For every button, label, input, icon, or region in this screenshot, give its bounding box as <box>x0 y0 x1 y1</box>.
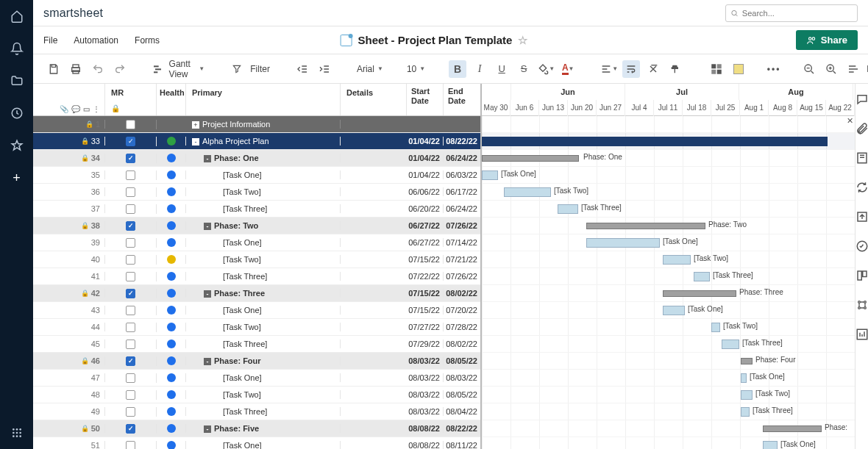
primary-cell[interactable]: [Task Two] <box>223 255 261 264</box>
end-date-cell[interactable]: 08/22/22 <box>444 137 480 146</box>
table-row[interactable]: 35[Task One]01/04/2206/03/22 <box>33 167 480 184</box>
work-insights-icon[interactable] <box>855 298 868 312</box>
chart-panel-icon[interactable] <box>855 328 868 341</box>
primary-cell[interactable]: Phase: Three <box>214 289 265 298</box>
start-date-cell[interactable]: 08/03/22 <box>407 356 444 365</box>
gantt-bar[interactable] <box>694 272 710 281</box>
gantt-row[interactable]: [Task Three] <box>482 336 855 353</box>
gantt-bar[interactable] <box>482 170 498 180</box>
gantt-bar[interactable] <box>711 323 720 332</box>
end-date-cell[interactable]: 08/02/22 <box>444 340 480 348</box>
start-date-cell[interactable]: 01/04/22 <box>407 137 444 146</box>
global-search[interactable] <box>725 4 858 22</box>
table-row[interactable]: 48[Task Two]08/03/2208/05/22 <box>33 387 480 403</box>
primary-cell[interactable]: [Task Three] <box>223 204 267 213</box>
table-row[interactable]: 37[Task Three]06/20/2206/24/22 <box>33 201 480 218</box>
collapse-toggle[interactable]: - <box>204 425 211 433</box>
gantt-row[interactable]: [Task Three] <box>482 268 855 285</box>
menu-automation[interactable]: Automation <box>74 35 118 46</box>
start-date-cell[interactable]: 08/03/22 <box>407 407 444 416</box>
end-date-cell[interactable]: 08/03/22 <box>444 373 480 382</box>
end-date-cell[interactable]: 08/05/22 <box>444 356 480 365</box>
row-checkbox[interactable] <box>126 306 135 315</box>
row-checkbox[interactable] <box>126 272 135 281</box>
zoom-in-icon[interactable] <box>822 60 840 78</box>
text-color-button[interactable]: A▼ <box>559 60 577 78</box>
table-row[interactable]: 39[Task One]06/27/2207/14/22 <box>33 234 480 251</box>
filter-icon[interactable] <box>228 60 246 78</box>
end-date-cell[interactable]: 07/28/22 <box>444 323 480 331</box>
col-header-primary[interactable]: Primary <box>186 84 341 115</box>
end-date-cell[interactable]: 06/24/22 <box>444 154 480 162</box>
close-icon[interactable]: ✕ <box>847 116 853 126</box>
start-date-cell[interactable]: 06/06/22 <box>407 187 444 196</box>
primary-cell[interactable]: Phase: Four <box>214 356 261 365</box>
start-date-cell[interactable]: 08/08/22 <box>407 441 444 449</box>
summary-icon[interactable] <box>855 269 868 282</box>
notifications-icon[interactable] <box>10 41 24 56</box>
table-row[interactable]: 🔒46✓-Phase: Four08/03/2208/05/22 <box>33 353 480 370</box>
gantt-row[interactable]: [Task One] <box>482 167 855 184</box>
row-checkbox[interactable] <box>126 340 135 349</box>
proof-icon[interactable]: ▭ <box>83 105 90 113</box>
italic-button[interactable]: I <box>471 60 488 78</box>
table-row[interactable]: 43[Task One]07/15/2207/20/22 <box>33 302 480 319</box>
table-row[interactable]: 47[Task One]08/03/2208/03/22 <box>33 370 480 387</box>
gantt-row[interactable]: [Task One] <box>482 234 855 251</box>
row-checkbox[interactable]: ✓ <box>126 137 135 146</box>
end-date-cell[interactable]: 07/21/22 <box>444 255 480 264</box>
collapse-toggle[interactable]: - <box>204 155 211 162</box>
gantt-row[interactable]: [Task Two] <box>482 251 855 268</box>
publish-icon[interactable] <box>855 210 868 223</box>
gantt-bar[interactable] <box>586 238 660 248</box>
table-row[interactable]: 36[Task Two]06/06/2206/17/22 <box>33 184 480 201</box>
strikethrough-button[interactable]: S <box>515 60 533 78</box>
folder-icon[interactable] <box>10 73 24 88</box>
create-new-icon[interactable]: + <box>10 170 24 185</box>
row-checkbox[interactable] <box>126 170 135 180</box>
table-row[interactable]: 🔒50✓-Phase: Five08/08/2208/22/22 <box>33 420 480 437</box>
table-row[interactable]: 51[Task One]08/08/2208/11/22 <box>33 437 480 449</box>
end-date-cell[interactable]: 08/05/22 <box>444 390 480 399</box>
redo-icon[interactable] <box>111 60 129 78</box>
end-date-cell[interactable]: 08/02/22 <box>444 289 480 298</box>
conversations-icon[interactable] <box>855 93 868 106</box>
gantt-row[interactable]: [Task Three] <box>482 201 855 218</box>
row-checkbox[interactable]: ✓ <box>126 356 135 366</box>
primary-cell[interactable]: [Task One] <box>223 170 262 179</box>
format-painter-icon[interactable] <box>666 60 684 78</box>
table-row[interactable]: 🔒34✓-Phase: One01/04/2206/24/22 <box>33 150 480 167</box>
row-checkbox[interactable] <box>126 373 135 383</box>
gantt-row[interactable]: [Task Two] <box>482 319 855 336</box>
table-row[interactable]: 45[Task Three]07/29/2208/02/22 <box>33 336 480 353</box>
start-date-cell[interactable]: 07/29/22 <box>407 340 444 348</box>
primary-cell[interactable]: [Task One] <box>223 441 262 449</box>
start-date-cell[interactable]: 01/04/22 <box>407 170 444 179</box>
end-date-cell[interactable]: 06/24/22 <box>444 204 480 213</box>
row-checkbox[interactable] <box>126 238 135 248</box>
gantt-bar[interactable] <box>763 441 778 449</box>
end-date-cell[interactable]: 08/22/22 <box>444 424 480 433</box>
row-checkbox[interactable]: ✓ <box>126 424 135 434</box>
primary-cell[interactable]: Phase: One <box>214 154 259 162</box>
more-icon[interactable]: ••• <box>765 60 783 78</box>
gantt-row[interactable]: Phase: One <box>482 150 855 167</box>
recents-icon[interactable] <box>10 106 24 121</box>
gantt-row[interactable]: [Task One] <box>482 437 855 449</box>
primary-cell[interactable]: [Task One] <box>223 373 262 382</box>
gantt-bar[interactable] <box>741 358 753 364</box>
primary-cell[interactable]: Alpha Project Plan <box>202 137 269 146</box>
comment-icon[interactable]: 💬 <box>71 105 80 113</box>
col-header-health[interactable]: Health <box>157 84 186 115</box>
row-checkbox[interactable] <box>126 441 135 450</box>
gantt-bar[interactable] <box>663 290 736 297</box>
start-date-cell[interactable]: 08/03/22 <box>407 390 444 399</box>
table-row[interactable]: 🔒33✓-Alpha Project Plan01/04/2208/22/22 <box>33 133 480 150</box>
collapse-toggle[interactable]: - <box>192 138 199 146</box>
primary-cell[interactable]: Phase: Two <box>214 221 258 230</box>
gantt-bar[interactable] <box>663 255 691 265</box>
wrap-text-icon[interactable] <box>622 60 640 78</box>
fill-color-button[interactable]: ▼ <box>537 60 555 78</box>
favorites-icon[interactable] <box>10 138 24 153</box>
collapse-toggle[interactable]: - <box>204 290 211 298</box>
